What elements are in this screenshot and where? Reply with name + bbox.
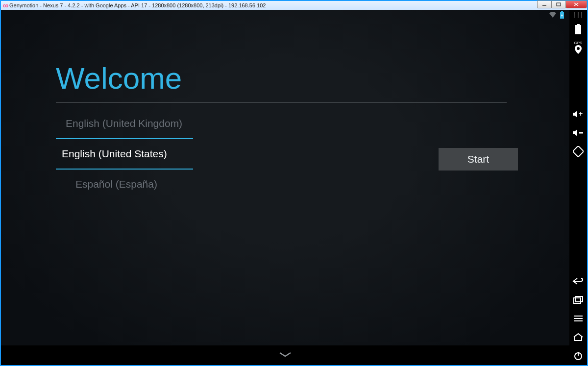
window-titlebar: o o Genymotion - Nexus 7 - 4.2.2 - with …	[1, 1, 587, 10]
svg-rect-12	[574, 298, 581, 303]
android-recent-button[interactable]	[569, 291, 587, 309]
android-back-button[interactable]	[569, 272, 587, 291]
start-button[interactable]: Start	[439, 148, 518, 171]
svg-rect-6	[577, 24, 580, 25]
volume-down-button[interactable]	[569, 123, 587, 142]
gps-label: GPS	[574, 41, 583, 45]
genymotion-sidebar: ⋮⋮⋮⋮⋮⋮ GPS +	[569, 10, 587, 365]
svg-rect-1	[557, 3, 561, 6]
svg-rect-4	[561, 11, 563, 12]
volume-up-button[interactable]: +	[569, 105, 587, 123]
svg-rect-7	[575, 25, 581, 34]
language-option-selected[interactable]: English (United States)	[56, 138, 193, 170]
heading-divider	[56, 102, 507, 103]
rotate-button[interactable]	[569, 142, 587, 161]
welcome-heading: Welcome	[56, 61, 520, 96]
wifi-icon	[549, 11, 557, 20]
window-minimize-button[interactable]	[537, 0, 552, 8]
svg-point-8	[577, 47, 580, 50]
svg-rect-13	[576, 296, 583, 302]
window-maximize-button[interactable]	[551, 0, 566, 8]
window-title: Genymotion - Nexus 7 - 4.2.2 - with Goog…	[9, 2, 266, 8]
android-home-button[interactable]	[569, 328, 587, 346]
gps-tool-button[interactable]: GPS	[569, 39, 587, 56]
expand-chevron-icon[interactable]	[278, 351, 293, 360]
android-nav-bar	[1, 345, 569, 365]
language-option-above[interactable]: English (United Kingdom)	[56, 109, 193, 138]
svg-rect-11	[573, 146, 584, 157]
window-close-button[interactable]	[565, 0, 587, 8]
genymotion-app-icon: o o	[3, 3, 7, 8]
language-option-below[interactable]: Español (España)	[56, 170, 193, 199]
power-button[interactable]	[569, 346, 587, 365]
android-menu-button[interactable]	[569, 309, 587, 328]
svg-rect-10	[579, 132, 583, 134]
android-status-bar	[1, 10, 569, 22]
android-device-screen: Welcome English (United Kingdom) English…	[1, 10, 569, 365]
battery-tool-button[interactable]	[569, 20, 587, 39]
svg-text:+: +	[579, 110, 583, 118]
language-picker[interactable]: English (United Kingdom) English (United…	[56, 109, 193, 199]
drag-handle-icon[interactable]: ⋮⋮⋮⋮⋮⋮	[573, 12, 584, 20]
battery-charging-icon	[560, 11, 564, 21]
